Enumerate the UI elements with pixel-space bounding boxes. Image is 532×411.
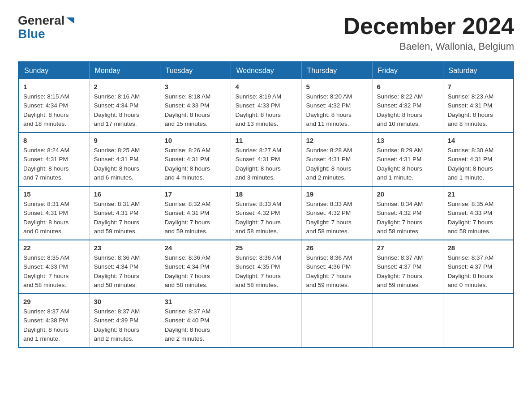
calendar-day-cell: 15 Sunrise: 8:31 AM Sunset: 4:31 PM Dayl… <box>18 186 89 240</box>
day-number: 3 <box>165 83 226 90</box>
weekday-header-tuesday: Tuesday <box>160 62 231 79</box>
day-info: Sunrise: 8:37 AM Sunset: 4:38 PM Dayligh… <box>23 307 85 343</box>
day-info: Sunrise: 8:34 AM Sunset: 4:32 PM Dayligh… <box>377 200 438 236</box>
day-info: Sunrise: 8:32 AM Sunset: 4:31 PM Dayligh… <box>165 200 226 236</box>
day-info: Sunrise: 8:19 AM Sunset: 4:33 PM Dayligh… <box>236 92 297 128</box>
page-header: General Blue December 2024 Baelen, Wallo… <box>18 13 514 52</box>
day-info: Sunrise: 8:36 AM Sunset: 4:35 PM Dayligh… <box>236 253 297 290</box>
weekday-header-sunday: Sunday <box>18 62 89 79</box>
calendar-day-cell <box>372 294 443 347</box>
day-info: Sunrise: 8:37 AM Sunset: 4:37 PM Dayligh… <box>377 253 438 290</box>
day-number: 5 <box>306 83 368 90</box>
day-info: Sunrise: 8:33 AM Sunset: 4:32 PM Dayligh… <box>236 200 297 236</box>
day-number: 12 <box>306 137 368 144</box>
calendar-day-cell: 19 Sunrise: 8:33 AM Sunset: 4:32 PM Dayl… <box>301 186 372 240</box>
day-number: 16 <box>94 190 155 198</box>
day-number: 31 <box>165 298 226 305</box>
day-number: 6 <box>377 83 438 90</box>
calendar-day-cell: 8 Sunrise: 8:24 AM Sunset: 4:31 PM Dayli… <box>18 133 89 186</box>
day-info: Sunrise: 8:36 AM Sunset: 4:36 PM Dayligh… <box>306 253 368 290</box>
day-info: Sunrise: 8:26 AM Sunset: 4:31 PM Dayligh… <box>165 146 226 182</box>
day-number: 27 <box>377 244 438 252</box>
logo: General Blue <box>18 13 75 41</box>
weekday-header-row: SundayMondayTuesdayWednesdayThursdayFrid… <box>18 62 514 79</box>
calendar-day-cell: 26 Sunrise: 8:36 AM Sunset: 4:36 PM Dayl… <box>301 240 372 294</box>
calendar-day-cell: 7 Sunrise: 8:23 AM Sunset: 4:31 PM Dayli… <box>443 79 514 133</box>
day-number: 19 <box>306 190 368 198</box>
day-number: 29 <box>23 298 85 305</box>
day-info: Sunrise: 8:31 AM Sunset: 4:31 PM Dayligh… <box>23 200 85 236</box>
calendar-day-cell: 21 Sunrise: 8:35 AM Sunset: 4:33 PM Dayl… <box>443 186 514 240</box>
calendar-week-row: 29 Sunrise: 8:37 AM Sunset: 4:38 PM Dayl… <box>18 294 514 347</box>
day-number: 7 <box>448 83 509 90</box>
day-info: Sunrise: 8:31 AM Sunset: 4:31 PM Dayligh… <box>94 200 155 236</box>
day-number: 13 <box>377 137 438 144</box>
day-info: Sunrise: 8:29 AM Sunset: 4:31 PM Dayligh… <box>377 146 438 182</box>
day-info: Sunrise: 8:33 AM Sunset: 4:32 PM Dayligh… <box>306 200 368 236</box>
day-info: Sunrise: 8:30 AM Sunset: 4:31 PM Dayligh… <box>448 146 509 182</box>
calendar-day-cell: 24 Sunrise: 8:36 AM Sunset: 4:34 PM Dayl… <box>160 240 231 294</box>
day-number: 15 <box>23 190 85 198</box>
day-number: 10 <box>165 137 226 144</box>
day-number: 22 <box>23 244 85 252</box>
day-info: Sunrise: 8:36 AM Sunset: 4:34 PM Dayligh… <box>165 253 226 290</box>
day-info: Sunrise: 8:35 AM Sunset: 4:33 PM Dayligh… <box>448 200 509 236</box>
day-info: Sunrise: 8:36 AM Sunset: 4:34 PM Dayligh… <box>94 253 155 290</box>
day-info: Sunrise: 8:35 AM Sunset: 4:33 PM Dayligh… <box>23 253 85 290</box>
day-number: 20 <box>377 190 438 198</box>
day-number: 11 <box>236 137 297 144</box>
calendar-day-cell: 4 Sunrise: 8:19 AM Sunset: 4:33 PM Dayli… <box>231 79 301 133</box>
day-info: Sunrise: 8:25 AM Sunset: 4:31 PM Dayligh… <box>94 146 155 182</box>
day-number: 2 <box>94 83 155 90</box>
day-number: 8 <box>23 137 85 144</box>
weekday-header-thursday: Thursday <box>301 62 372 79</box>
calendar-day-cell: 13 Sunrise: 8:29 AM Sunset: 4:31 PM Dayl… <box>372 133 443 186</box>
calendar-week-row: 15 Sunrise: 8:31 AM Sunset: 4:31 PM Dayl… <box>18 186 514 240</box>
calendar-day-cell: 6 Sunrise: 8:22 AM Sunset: 4:32 PM Dayli… <box>372 79 443 133</box>
calendar-day-cell: 14 Sunrise: 8:30 AM Sunset: 4:31 PM Dayl… <box>443 133 514 186</box>
calendar-day-cell: 1 Sunrise: 8:15 AM Sunset: 4:34 PM Dayli… <box>18 79 89 133</box>
day-number: 17 <box>165 190 226 198</box>
weekday-header-monday: Monday <box>89 62 160 79</box>
logo-triangle-icon <box>65 16 75 26</box>
calendar-day-cell: 10 Sunrise: 8:26 AM Sunset: 4:31 PM Dayl… <box>160 133 231 186</box>
svg-marker-0 <box>66 17 74 24</box>
calendar-day-cell: 2 Sunrise: 8:16 AM Sunset: 4:34 PM Dayli… <box>89 79 160 133</box>
day-info: Sunrise: 8:16 AM Sunset: 4:34 PM Dayligh… <box>94 92 155 128</box>
calendar-day-cell: 23 Sunrise: 8:36 AM Sunset: 4:34 PM Dayl… <box>89 240 160 294</box>
calendar-day-cell: 25 Sunrise: 8:36 AM Sunset: 4:35 PM Dayl… <box>231 240 301 294</box>
calendar-day-cell: 30 Sunrise: 8:37 AM Sunset: 4:39 PM Dayl… <box>89 294 160 347</box>
day-info: Sunrise: 8:37 AM Sunset: 4:37 PM Dayligh… <box>448 253 509 290</box>
calendar-day-cell: 16 Sunrise: 8:31 AM Sunset: 4:31 PM Dayl… <box>89 186 160 240</box>
calendar-day-cell: 27 Sunrise: 8:37 AM Sunset: 4:37 PM Dayl… <box>372 240 443 294</box>
calendar-day-cell: 31 Sunrise: 8:37 AM Sunset: 4:40 PM Dayl… <box>160 294 231 347</box>
calendar-day-cell: 5 Sunrise: 8:20 AM Sunset: 4:32 PM Dayli… <box>301 79 372 133</box>
day-number: 30 <box>94 298 155 305</box>
calendar-week-row: 8 Sunrise: 8:24 AM Sunset: 4:31 PM Dayli… <box>18 133 514 186</box>
day-number: 28 <box>448 244 509 252</box>
day-number: 18 <box>236 190 297 198</box>
calendar-week-row: 1 Sunrise: 8:15 AM Sunset: 4:34 PM Dayli… <box>18 79 514 133</box>
day-info: Sunrise: 8:15 AM Sunset: 4:34 PM Dayligh… <box>23 92 85 128</box>
logo-general-text: General <box>18 13 64 28</box>
calendar-day-cell <box>231 294 301 347</box>
logo-blue-text: Blue <box>18 27 45 41</box>
weekday-header-friday: Friday <box>372 62 443 79</box>
weekday-header-wednesday: Wednesday <box>231 62 301 79</box>
day-number: 24 <box>165 244 226 252</box>
day-info: Sunrise: 8:37 AM Sunset: 4:39 PM Dayligh… <box>94 307 155 343</box>
title-section: December 2024 Baelen, Wallonia, Belgium <box>343 13 514 52</box>
calendar-day-cell: 17 Sunrise: 8:32 AM Sunset: 4:31 PM Dayl… <box>160 186 231 240</box>
location: Baelen, Wallonia, Belgium <box>343 41 514 52</box>
calendar-day-cell: 22 Sunrise: 8:35 AM Sunset: 4:33 PM Dayl… <box>18 240 89 294</box>
day-number: 4 <box>236 83 297 90</box>
day-info: Sunrise: 8:18 AM Sunset: 4:33 PM Dayligh… <box>165 92 226 128</box>
day-info: Sunrise: 8:27 AM Sunset: 4:31 PM Dayligh… <box>236 146 297 182</box>
day-info: Sunrise: 8:23 AM Sunset: 4:31 PM Dayligh… <box>448 92 509 128</box>
day-number: 25 <box>236 244 297 252</box>
calendar-day-cell: 11 Sunrise: 8:27 AM Sunset: 4:31 PM Dayl… <box>231 133 301 186</box>
day-info: Sunrise: 8:22 AM Sunset: 4:32 PM Dayligh… <box>377 92 438 128</box>
calendar-table: SundayMondayTuesdayWednesdayThursdayFrid… <box>18 61 514 348</box>
day-number: 26 <box>306 244 368 252</box>
day-number: 1 <box>23 83 85 90</box>
